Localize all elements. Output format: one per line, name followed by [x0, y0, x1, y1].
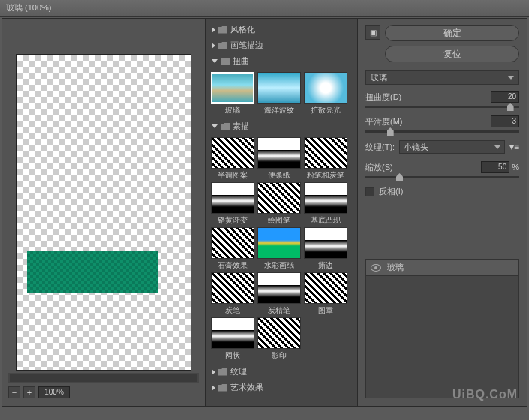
triangle-down-icon: [212, 124, 218, 128]
ok-button[interactable]: 确定: [385, 25, 519, 41]
filter-thumb-影印[interactable]: 影印: [257, 317, 302, 361]
scaling-suffix: %: [512, 163, 519, 172]
category-label: 素描: [233, 121, 249, 132]
folder-icon: [218, 368, 227, 376]
category-扭曲[interactable]: 扭曲: [206, 53, 357, 69]
zoom-out-button[interactable]: −: [8, 386, 20, 398]
thumb-label: 炭笔: [225, 305, 240, 316]
thumb-image: [257, 272, 301, 304]
smoothness-value[interactable]: 3: [491, 116, 519, 128]
thumb-label: 绘图笔: [268, 215, 290, 226]
zoom-in-button[interactable]: +: [23, 386, 35, 398]
distortion-slider[interactable]: [365, 106, 519, 108]
filter-thumb-炭精笔[interactable]: 炭精笔: [257, 272, 302, 316]
filter-select-value: 玻璃: [371, 72, 387, 83]
invert-checkbox[interactable]: [365, 188, 374, 196]
texture-value: 小镜头: [404, 142, 428, 153]
visibility-eye-icon[interactable]: [371, 264, 381, 272]
filter-thumb-石膏效果[interactable]: 石膏效果: [210, 227, 255, 271]
filter-thumb-玻璃[interactable]: 玻璃: [210, 72, 255, 116]
category-素描[interactable]: 素描: [206, 118, 357, 134]
thumbs-grid: 玻璃海洋波纹扩散亮光: [206, 69, 357, 118]
preview-canvas[interactable]: [17, 55, 191, 370]
thumb-image: [257, 137, 301, 169]
scaling-value[interactable]: 50: [481, 161, 509, 173]
texture-menu-icon[interactable]: ▾≡: [509, 142, 519, 152]
collapse-button[interactable]: ▣: [365, 25, 380, 40]
category-label: 扭曲: [233, 56, 249, 67]
preview-scrollbar[interactable]: [8, 373, 199, 383]
filter-categories-pane[interactable]: 风格化画笔描边扭曲玻璃海洋波纹扩散亮光素描半调图案便条纸粉笔和炭笔铬黄渐变绘图笔…: [205, 19, 358, 406]
folder-icon: [221, 58, 230, 65]
filter-thumb-扩散亮光[interactable]: 扩散亮光: [303, 72, 348, 116]
triangle-right-icon: [212, 43, 215, 49]
thumb-image: [257, 72, 301, 104]
chevron-down-icon: [508, 76, 514, 80]
thumb-label: 铬黄渐变: [218, 215, 248, 226]
effect-layer-item[interactable]: 玻璃: [366, 260, 518, 276]
reset-button[interactable]: 复位: [385, 46, 519, 62]
effect-layer-name: 玻璃: [387, 262, 404, 273]
category-label: 画笔描边: [230, 40, 263, 51]
thumb-image: [211, 182, 254, 214]
thumbs-grid: 半调图案便条纸粉笔和炭笔铬黄渐变绘图笔基底凸现石膏效果水彩画纸撕边炭笔炭精笔图章…: [206, 134, 357, 364]
thumb-label: 半调图案: [218, 170, 248, 181]
filter-thumb-铬黄渐变[interactable]: 铬黄渐变: [210, 182, 255, 226]
filter-select-dropdown[interactable]: 玻璃: [365, 70, 519, 85]
thumb-label: 石膏效果: [218, 260, 248, 271]
settings-pane: ▣ 确定 复位 玻璃 扭曲度(D) 20 平滑度(M) 3 纹理(T): 小镜头: [358, 19, 527, 406]
category-艺术效果[interactable]: 艺术效果: [206, 380, 357, 395]
thumb-image: [257, 317, 301, 349]
thumb-label: 粉笔和炭笔: [307, 170, 344, 181]
filter-thumb-半调图案[interactable]: 半调图案: [210, 137, 255, 181]
zoom-value[interactable]: 100%: [38, 386, 70, 398]
filter-thumb-撕边[interactable]: 撕边: [303, 227, 348, 271]
zoom-bar: − + 100%: [8, 385, 199, 400]
triangle-right-icon: [212, 369, 215, 375]
thumb-label: 影印: [272, 350, 287, 361]
thumb-image: [211, 72, 254, 104]
category-风格化[interactable]: 风格化: [206, 22, 357, 38]
main-container: − + 100% 风格化画笔描边扭曲玻璃海洋波纹扩散亮光素描半调图案便条纸粉笔和…: [2, 18, 527, 406]
thumb-image: [211, 272, 254, 304]
filter-thumb-网状[interactable]: 网状: [210, 317, 255, 361]
chevron-down-icon: [494, 146, 500, 149]
filter-thumb-海洋波纹[interactable]: 海洋波纹: [257, 72, 302, 116]
preview-pane: − + 100%: [2, 19, 205, 406]
folder-icon: [218, 384, 227, 392]
thumb-image: [304, 72, 347, 104]
filter-thumb-图章[interactable]: 图章: [303, 272, 348, 316]
thumb-label: 海洋波纹: [264, 105, 294, 116]
thumb-image: [211, 137, 254, 169]
thumb-image: [304, 137, 347, 169]
filter-thumb-便条纸[interactable]: 便条纸: [257, 137, 302, 181]
category-纹理[interactable]: 纹理: [206, 364, 357, 380]
smoothness-slider[interactable]: [365, 130, 519, 133]
invert-label: 反相(I): [379, 186, 403, 197]
triangle-right-icon: [212, 385, 215, 391]
thumb-label: 便条纸: [268, 170, 290, 181]
filter-thumb-水彩画纸[interactable]: 水彩画纸: [257, 227, 302, 271]
thumb-label: 水彩画纸: [264, 260, 294, 271]
effect-layer-list: 玻璃: [365, 259, 519, 398]
category-label: 艺术效果: [230, 382, 263, 393]
distortion-value[interactable]: 20: [491, 91, 519, 103]
texture-dropdown[interactable]: 小镜头: [399, 140, 505, 154]
category-label: 纹理: [230, 366, 247, 377]
filter-thumb-绘图笔[interactable]: 绘图笔: [257, 182, 302, 226]
category-label: 风格化: [230, 24, 255, 35]
thumb-image: [257, 227, 301, 259]
distortion-label: 扭曲度(D): [365, 92, 401, 103]
canvas-wrap: [8, 25, 199, 370]
filter-thumb-粉笔和炭笔[interactable]: 粉笔和炭笔: [303, 137, 348, 181]
category-画笔描边[interactable]: 画笔描边: [206, 38, 357, 53]
thumb-image: [211, 317, 254, 349]
filter-thumb-炭笔[interactable]: 炭笔: [210, 272, 255, 316]
thumb-image: [304, 182, 347, 214]
folder-icon: [221, 123, 230, 130]
preview-content-rect: [27, 251, 158, 292]
thumb-label: 玻璃: [225, 105, 240, 116]
thumb-image: [211, 227, 254, 259]
scaling-slider[interactable]: [365, 176, 519, 178]
filter-thumb-基底凸现[interactable]: 基底凸现: [303, 182, 348, 226]
